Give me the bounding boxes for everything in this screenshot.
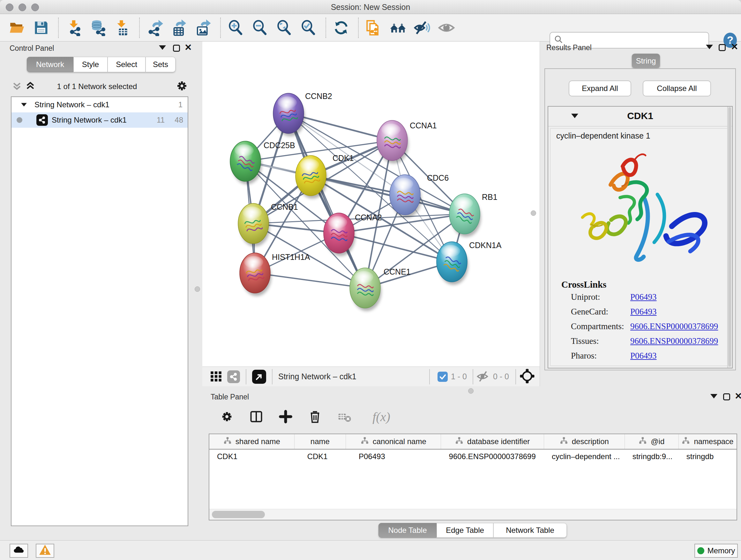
results-panel-close-icon[interactable]: ✕ [731,44,738,51]
control-panel-menu-icon[interactable] [159,45,166,50]
show-columns-button[interactable] [246,407,266,427]
table-panel-float-icon[interactable] [723,393,730,400]
column-header-name[interactable]: name [294,434,346,449]
open-session-button[interactable] [7,18,27,38]
column-header-id[interactable]: @id [625,434,679,449]
zoom-selected-button[interactable] [299,18,319,38]
show-all-views-button[interactable] [388,18,408,38]
memory-button[interactable]: Memory [694,544,738,558]
import-network-database-button[interactable] [88,18,108,38]
node-gloss-highlight [300,159,319,171]
compartments-link[interactable]: 9606.ENSP00000378699 [630,321,718,331]
network-type-share-icon[interactable] [227,370,240,383]
pharos-link[interactable]: P06493 [630,351,657,361]
tab-sets[interactable]: Sets [145,57,176,72]
tab-node-table[interactable]: Node Table [379,523,436,538]
network-graph[interactable]: CCNB2CCNA1CDC25BCDK1CDC6RB1CCNB1CCNA2CDK… [202,42,540,367]
open-in-window-icon[interactable] [252,370,266,384]
add-column-button[interactable] [276,407,295,427]
grid-view-icon[interactable] [209,369,223,384]
tab-network-table[interactable]: Network Table [493,523,567,538]
network-node-count: 11 [157,116,165,125]
node-gloss-highlight [354,271,374,283]
network-collection-row[interactable]: String Network – cdk1 1 [11,97,188,112]
table-header-row: shared name name canonical name database… [209,434,737,449]
zoom-in-button[interactable] [226,18,246,38]
node-gloss-highlight [394,178,413,190]
tab-style[interactable]: Style [73,57,108,72]
selected-checkbox-icon[interactable] [437,372,448,382]
node-gloss-highlight [328,216,347,228]
export-table-icon [171,19,187,36]
export-table-button[interactable] [169,18,189,38]
tissues-link[interactable]: 9606.ENSP00000378699 [630,336,718,346]
cdk1-section-header[interactable]: CDK1 [548,107,732,126]
table-panel-close-icon[interactable]: ✕ [735,393,741,400]
selected-node-edge-count: 1 - 0 [451,372,467,381]
birds-eye-view-icon[interactable] [519,368,535,385]
shared-column-icon [682,436,690,447]
results-scrollbar[interactable] [727,107,731,368]
collection-expand-icon[interactable] [21,103,27,106]
delete-column-button[interactable] [305,407,325,427]
zoom-out-button[interactable] [250,18,270,38]
node-gloss-highlight [244,256,263,268]
save-session-button[interactable] [31,18,51,38]
uniprot-link[interactable]: P06493 [630,292,657,302]
vertical-splitter-handle[interactable] [195,287,200,292]
refresh-button[interactable] [331,18,351,38]
control-panel-close-icon[interactable]: ✕ [185,44,192,51]
node-label-cdk1: CDK1 [333,153,354,163]
toolbar-separator [220,17,221,38]
current-network-dot [17,117,22,123]
node-label-ccnb1: CCNB1 [271,202,298,211]
control-panel-float-icon[interactable] [173,45,180,52]
network-tree: String Network – cdk1 1 String Network –… [11,97,188,526]
cloud-status-button[interactable] [10,544,28,558]
hide-selected-button[interactable] [412,18,432,38]
table-row[interactable]: CDK1 CDK1 P06493 9606.ENSP00000378699 cy… [209,449,737,464]
export-network-button[interactable] [145,18,165,38]
node-label-cdc6: CDC6 [427,173,449,182]
copy-network-button[interactable] [364,18,384,38]
column-header-database-identifier[interactable]: database identifier [441,434,544,449]
node-results-list: CDK1 cyclin–dependent kinase 1 [548,106,733,368]
network-options-gear-icon[interactable] [176,79,188,94]
eye-icon [438,19,455,37]
genecard-link[interactable]: P06493 [630,307,657,317]
expand-all-button[interactable]: Expand All [569,80,631,97]
status-bar: Memory [0,540,741,560]
vertical-splitter-handle[interactable] [531,210,536,216]
zoom-fit-button[interactable] [274,18,294,38]
tab-string[interactable]: String [632,54,660,68]
node-gloss-highlight [454,197,473,209]
shared-column-icon [223,436,232,447]
scrollbar-thumb[interactable] [212,511,265,518]
table-horizontal-scrollbar[interactable] [209,509,737,520]
export-image-button[interactable] [193,18,213,38]
warnings-button[interactable] [36,544,54,558]
node-label-hist1h1a: HIST1H1A [272,253,310,261]
table-panel-menu-icon[interactable] [711,394,718,398]
tab-network[interactable]: Network [27,57,73,72]
tab-select[interactable]: Select [108,57,145,72]
collection-label: String Network – cdk1 [35,100,110,109]
tab-edge-table[interactable]: Edge Table [436,523,493,538]
import-network-file-button[interactable] [64,18,84,38]
column-header-namespace[interactable]: namespace [679,434,737,449]
network-view-canvas[interactable]: CCNB2CCNA1CDC25BCDK1CDC6RB1CCNB1CCNA2CDK… [202,42,540,367]
column-header-canonical-name[interactable]: canonical name [346,434,441,449]
table-options-button[interactable] [217,407,237,427]
network-row-selected[interactable]: String Network – cdk1 11 48 [11,112,188,128]
toolbar-separator [358,17,359,38]
collapse-all-button[interactable]: Collapse All [643,80,711,97]
show-hidden-button[interactable] [436,18,456,38]
import-table-button[interactable] [112,18,132,38]
column-header-shared-name[interactable]: shared name [209,434,294,449]
column-header-description[interactable]: description [544,434,625,449]
cdk1-section-content: cyclin–dependent kinase 1 [550,128,730,366]
control-panel: Control Panel ✕ Network Style Select Set… [3,42,191,540]
node-label-cdkn1a: CDKN1A [469,241,502,250]
results-panel-menu-icon[interactable] [706,45,713,49]
results-panel-float-icon[interactable] [719,44,726,51]
